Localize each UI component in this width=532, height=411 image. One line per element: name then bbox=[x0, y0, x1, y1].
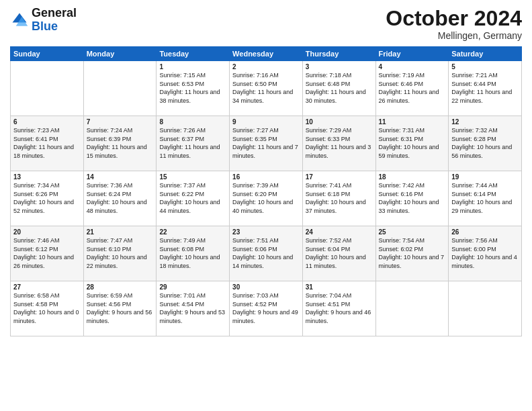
calendar-cell: 24Sunrise: 7:52 AM Sunset: 6:04 PM Dayli… bbox=[302, 226, 375, 281]
weekday-header-wednesday: Wednesday bbox=[230, 47, 303, 61]
calendar-table: SundayMondayTuesdayWednesdayThursdayFrid… bbox=[10, 46, 522, 336]
day-number: 1 bbox=[159, 63, 226, 71]
day-number: 10 bbox=[306, 118, 373, 126]
day-number: 2 bbox=[232, 63, 300, 71]
day-info: Sunrise: 7:27 AM Sunset: 6:35 PM Dayligh… bbox=[232, 126, 300, 160]
day-number: 28 bbox=[87, 283, 154, 291]
calendar-cell: 28Sunrise: 6:59 AM Sunset: 4:56 PM Dayli… bbox=[83, 281, 157, 336]
day-number: 22 bbox=[159, 228, 226, 236]
day-number: 18 bbox=[379, 173, 446, 181]
day-number: 14 bbox=[87, 173, 154, 181]
calendar-cell: 4Sunrise: 7:19 AM Sunset: 6:46 PM Daylig… bbox=[375, 61, 449, 116]
calendar-cell: 21Sunrise: 7:47 AM Sunset: 6:10 PM Dayli… bbox=[83, 226, 157, 281]
calendar-cell: 31Sunrise: 7:04 AM Sunset: 4:51 PM Dayli… bbox=[302, 281, 375, 336]
day-number: 31 bbox=[306, 283, 373, 291]
day-number: 17 bbox=[306, 173, 373, 181]
day-number: 12 bbox=[451, 118, 519, 126]
day-info: Sunrise: 7:34 AM Sunset: 6:26 PM Dayligh… bbox=[13, 181, 81, 215]
calendar-cell: 12Sunrise: 7:32 AM Sunset: 6:28 PM Dayli… bbox=[449, 116, 522, 171]
day-info: Sunrise: 7:29 AM Sunset: 6:33 PM Dayligh… bbox=[306, 126, 373, 160]
day-info: Sunrise: 7:36 AM Sunset: 6:24 PM Dayligh… bbox=[87, 181, 154, 215]
day-info: Sunrise: 7:49 AM Sunset: 6:08 PM Dayligh… bbox=[159, 236, 226, 270]
day-number: 21 bbox=[87, 228, 154, 236]
calendar-cell: 9Sunrise: 7:27 AM Sunset: 6:35 PM Daylig… bbox=[230, 116, 303, 171]
day-info: Sunrise: 7:52 AM Sunset: 6:04 PM Dayligh… bbox=[306, 236, 373, 270]
weekday-header-thursday: Thursday bbox=[302, 47, 375, 61]
calendar-cell: 7Sunrise: 7:24 AM Sunset: 6:39 PM Daylig… bbox=[83, 116, 157, 171]
calendar-cell: 30Sunrise: 7:03 AM Sunset: 4:52 PM Dayli… bbox=[230, 281, 303, 336]
day-number: 9 bbox=[232, 118, 300, 126]
day-info: Sunrise: 7:19 AM Sunset: 6:46 PM Dayligh… bbox=[379, 71, 446, 105]
day-info: Sunrise: 7:44 AM Sunset: 6:14 PM Dayligh… bbox=[451, 181, 519, 215]
day-number: 11 bbox=[379, 118, 446, 126]
day-info: Sunrise: 7:42 AM Sunset: 6:16 PM Dayligh… bbox=[379, 181, 446, 215]
calendar-cell: 20Sunrise: 7:46 AM Sunset: 6:12 PM Dayli… bbox=[11, 226, 84, 281]
day-number: 30 bbox=[232, 283, 300, 291]
calendar-cell: 6Sunrise: 7:23 AM Sunset: 6:41 PM Daylig… bbox=[11, 116, 84, 171]
calendar-cell: 25Sunrise: 7:54 AM Sunset: 6:02 PM Dayli… bbox=[375, 226, 449, 281]
calendar-cell: 1Sunrise: 7:15 AM Sunset: 6:53 PM Daylig… bbox=[157, 61, 230, 116]
week-row-2: 6Sunrise: 7:23 AM Sunset: 6:41 PM Daylig… bbox=[11, 116, 522, 171]
calendar-cell: 26Sunrise: 7:56 AM Sunset: 6:00 PM Dayli… bbox=[449, 226, 522, 281]
day-number: 6 bbox=[13, 118, 81, 126]
weekday-header-sunday: Sunday bbox=[11, 47, 84, 61]
day-number: 5 bbox=[451, 63, 519, 71]
day-info: Sunrise: 7:37 AM Sunset: 6:22 PM Dayligh… bbox=[159, 181, 226, 215]
day-info: Sunrise: 7:15 AM Sunset: 6:53 PM Dayligh… bbox=[159, 71, 226, 105]
day-number: 25 bbox=[379, 228, 446, 236]
day-number: 29 bbox=[159, 283, 226, 291]
day-info: Sunrise: 7:46 AM Sunset: 6:12 PM Dayligh… bbox=[13, 236, 81, 270]
weekday-header-friday: Friday bbox=[375, 47, 449, 61]
day-info: Sunrise: 7:54 AM Sunset: 6:02 PM Dayligh… bbox=[379, 236, 446, 270]
calendar-cell: 18Sunrise: 7:42 AM Sunset: 6:16 PM Dayli… bbox=[375, 171, 449, 226]
location: Mellingen, Germany bbox=[386, 30, 522, 41]
logo-icon bbox=[10, 11, 29, 30]
day-info: Sunrise: 7:41 AM Sunset: 6:18 PM Dayligh… bbox=[306, 181, 373, 215]
calendar-cell: 3Sunrise: 7:18 AM Sunset: 6:48 PM Daylig… bbox=[302, 61, 375, 116]
day-number: 8 bbox=[159, 118, 226, 126]
calendar-cell: 5Sunrise: 7:21 AM Sunset: 6:44 PM Daylig… bbox=[449, 61, 522, 116]
day-info: Sunrise: 7:16 AM Sunset: 6:50 PM Dayligh… bbox=[232, 71, 300, 105]
calendar-cell: 13Sunrise: 7:34 AM Sunset: 6:26 PM Dayli… bbox=[11, 171, 84, 226]
day-info: Sunrise: 7:56 AM Sunset: 6:00 PM Dayligh… bbox=[451, 236, 519, 270]
day-info: Sunrise: 6:59 AM Sunset: 4:56 PM Dayligh… bbox=[87, 291, 154, 325]
week-row-5: 27Sunrise: 6:58 AM Sunset: 4:58 PM Dayli… bbox=[11, 281, 522, 336]
calendar-cell bbox=[449, 281, 522, 336]
day-info: Sunrise: 7:03 AM Sunset: 4:52 PM Dayligh… bbox=[232, 291, 300, 325]
day-info: Sunrise: 7:01 AM Sunset: 4:54 PM Dayligh… bbox=[159, 291, 226, 325]
calendar-cell: 19Sunrise: 7:44 AM Sunset: 6:14 PM Dayli… bbox=[449, 171, 522, 226]
day-info: Sunrise: 7:47 AM Sunset: 6:10 PM Dayligh… bbox=[87, 236, 154, 270]
calendar-cell: 23Sunrise: 7:51 AM Sunset: 6:06 PM Dayli… bbox=[230, 226, 303, 281]
day-number: 23 bbox=[232, 228, 300, 236]
day-number: 4 bbox=[379, 63, 446, 71]
calendar-cell: 15Sunrise: 7:37 AM Sunset: 6:22 PM Dayli… bbox=[157, 171, 230, 226]
day-number: 15 bbox=[159, 173, 226, 181]
weekday-header-saturday: Saturday bbox=[449, 47, 522, 61]
day-number: 20 bbox=[13, 228, 81, 236]
logo-text: General Blue bbox=[32, 7, 77, 34]
calendar-cell: 22Sunrise: 7:49 AM Sunset: 6:08 PM Dayli… bbox=[157, 226, 230, 281]
calendar-cell: 14Sunrise: 7:36 AM Sunset: 6:24 PM Dayli… bbox=[83, 171, 157, 226]
calendar-cell: 2Sunrise: 7:16 AM Sunset: 6:50 PM Daylig… bbox=[230, 61, 303, 116]
calendar-cell: 10Sunrise: 7:29 AM Sunset: 6:33 PM Dayli… bbox=[302, 116, 375, 171]
logo: General Blue bbox=[10, 7, 77, 34]
day-number: 3 bbox=[306, 63, 373, 71]
week-row-4: 20Sunrise: 7:46 AM Sunset: 6:12 PM Dayli… bbox=[11, 226, 522, 281]
day-info: Sunrise: 7:31 AM Sunset: 6:31 PM Dayligh… bbox=[379, 126, 446, 160]
day-info: Sunrise: 7:24 AM Sunset: 6:39 PM Dayligh… bbox=[87, 126, 154, 160]
calendar-cell: 11Sunrise: 7:31 AM Sunset: 6:31 PM Dayli… bbox=[375, 116, 449, 171]
week-row-3: 13Sunrise: 7:34 AM Sunset: 6:26 PM Dayli… bbox=[11, 171, 522, 226]
month-title: October 2024 bbox=[386, 7, 522, 30]
day-info: Sunrise: 7:04 AM Sunset: 4:51 PM Dayligh… bbox=[306, 291, 373, 325]
week-row-1: 1Sunrise: 7:15 AM Sunset: 6:53 PM Daylig… bbox=[11, 61, 522, 116]
day-number: 26 bbox=[451, 228, 519, 236]
day-info: Sunrise: 7:18 AM Sunset: 6:48 PM Dayligh… bbox=[306, 71, 373, 105]
calendar-cell: 29Sunrise: 7:01 AM Sunset: 4:54 PM Dayli… bbox=[157, 281, 230, 336]
calendar-cell bbox=[375, 281, 449, 336]
day-number: 13 bbox=[13, 173, 81, 181]
day-info: Sunrise: 7:32 AM Sunset: 6:28 PM Dayligh… bbox=[451, 126, 519, 160]
day-info: Sunrise: 7:21 AM Sunset: 6:44 PM Dayligh… bbox=[451, 71, 519, 105]
day-number: 19 bbox=[451, 173, 519, 181]
day-info: Sunrise: 7:23 AM Sunset: 6:41 PM Dayligh… bbox=[13, 126, 81, 160]
calendar-cell: 27Sunrise: 6:58 AM Sunset: 4:58 PM Dayli… bbox=[11, 281, 84, 336]
